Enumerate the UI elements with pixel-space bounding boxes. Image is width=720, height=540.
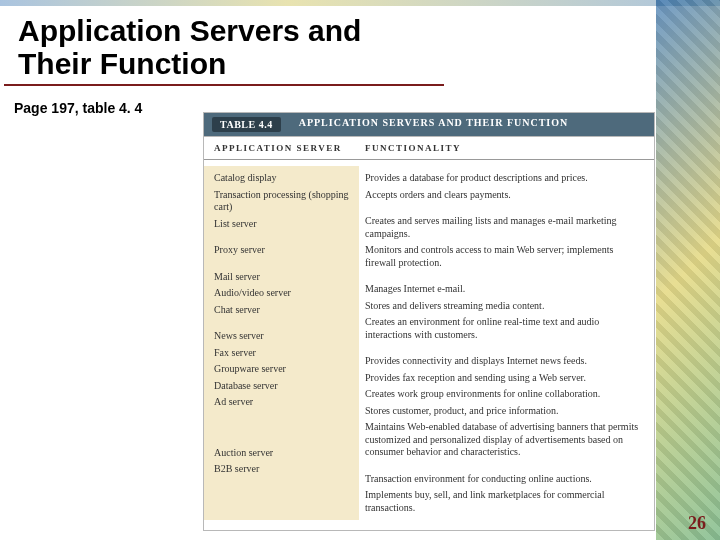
table-row: Provides connectivity and displays Inter…: [365, 353, 644, 370]
table-tag: TABLE 4.4: [212, 117, 281, 132]
table-figure: TABLE 4.4 APPLICATION SERVERS AND THEIR …: [203, 112, 655, 531]
col-header-function: FUNCTIONALITY: [359, 143, 654, 153]
table-row: Creates and serves mailing lists and man…: [365, 213, 644, 242]
table-row: Creates work group environments for onli…: [365, 386, 644, 403]
function-column: Provides a database for product descript…: [359, 166, 648, 520]
decorative-top-stripe: [0, 0, 720, 6]
table-body: Catalog display Transaction processing (…: [204, 160, 654, 530]
table-row: Groupware server: [214, 361, 351, 378]
table-row: Monitors and controls access to main Web…: [365, 242, 644, 271]
table-row: Audio/video server: [214, 285, 351, 302]
table-row: Implements buy, sell, and link marketpla…: [365, 487, 644, 516]
table-row: Fax server: [214, 345, 351, 362]
table-column-headers: APPLICATION SERVER FUNCTIONALITY: [204, 137, 654, 160]
table-row: Transaction processing (shopping cart): [214, 187, 351, 216]
slide-title: Application Servers and Their Function: [4, 0, 444, 86]
table-row: Chat server: [214, 302, 351, 319]
server-column: Catalog display Transaction processing (…: [204, 166, 359, 520]
table-row: Stores customer, product, and price info…: [365, 403, 644, 420]
table-row: Auction server: [214, 445, 351, 462]
decorative-right-band: [656, 0, 720, 540]
table-row: List server: [214, 216, 351, 233]
table-row: Catalog display: [214, 170, 351, 187]
table-row: Creates an environment for online real-t…: [365, 314, 644, 343]
table-caption: APPLICATION SERVERS AND THEIR FUNCTION: [299, 117, 569, 132]
table-row: Provides fax reception and sending using…: [365, 370, 644, 387]
table-row: B2B server: [214, 461, 351, 478]
table-row: Accepts orders and clears payments.: [365, 187, 644, 204]
table-row: Provides a database for product descript…: [365, 170, 644, 187]
table-row: Database server: [214, 378, 351, 395]
page-number: 26: [688, 513, 706, 534]
table-row: Stores and delivers streaming media cont…: [365, 298, 644, 315]
table-row: Proxy server: [214, 242, 351, 259]
table-row: Maintains Web-enabled database of advert…: [365, 419, 644, 461]
table-header-bar: TABLE 4.4 APPLICATION SERVERS AND THEIR …: [204, 113, 654, 137]
col-header-server: APPLICATION SERVER: [204, 143, 359, 153]
table-row: Manages Internet e-mail.: [365, 281, 644, 298]
table-row: Ad server: [214, 394, 351, 411]
table-row: Transaction environment for conducting o…: [365, 471, 644, 488]
table-row: News server: [214, 328, 351, 345]
table-row: Mail server: [214, 269, 351, 286]
